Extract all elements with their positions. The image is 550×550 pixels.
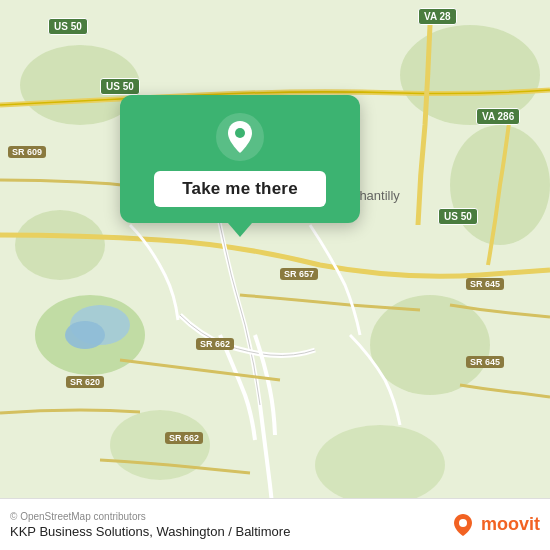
svg-point-14	[459, 519, 467, 527]
road-label-va286: VA 286	[476, 108, 520, 125]
map-container: Chantilly US 50 VA 28 US 50 VA 286 SR 60…	[0, 0, 550, 550]
svg-point-4	[15, 210, 105, 280]
moovit-logo: moovit	[449, 511, 540, 539]
svg-point-8	[315, 425, 445, 505]
moovit-pin-icon	[449, 511, 477, 539]
road-label-sr609: SR 609	[8, 146, 46, 158]
bottom-bar: © OpenStreetMap contributors KKP Busines…	[0, 498, 550, 550]
popup-card: Take me there	[120, 95, 360, 223]
svg-point-13	[235, 128, 245, 138]
road-label-sr657: SR 657	[280, 268, 318, 280]
copyright-text: © OpenStreetMap contributors	[10, 511, 290, 522]
road-label-us50-2: US 50	[100, 78, 140, 95]
road-label-sr645-2: SR 645	[466, 356, 504, 368]
road-label-sr645-1: SR 645	[466, 278, 504, 290]
road-label-sr662-2: SR 662	[165, 432, 203, 444]
road-label-va28: VA 28	[418, 8, 457, 25]
popup-tail	[228, 223, 252, 237]
moovit-brand-text: moovit	[481, 514, 540, 535]
location-pin-icon	[216, 113, 264, 161]
road-label-us50-3: US 50	[438, 208, 478, 225]
svg-point-7	[110, 410, 210, 480]
road-label-sr620: SR 620	[66, 376, 104, 388]
road-label-sr662-1: SR 662	[196, 338, 234, 350]
svg-point-10	[65, 321, 105, 349]
road-label-us50-1: US 50	[48, 18, 88, 35]
map-background: Chantilly	[0, 0, 550, 550]
location-label: KKP Business Solutions, Washington / Bal…	[10, 524, 290, 539]
svg-point-6	[370, 295, 490, 395]
bottom-left-info: © OpenStreetMap contributors KKP Busines…	[10, 511, 290, 539]
take-me-there-button[interactable]: Take me there	[154, 171, 326, 207]
